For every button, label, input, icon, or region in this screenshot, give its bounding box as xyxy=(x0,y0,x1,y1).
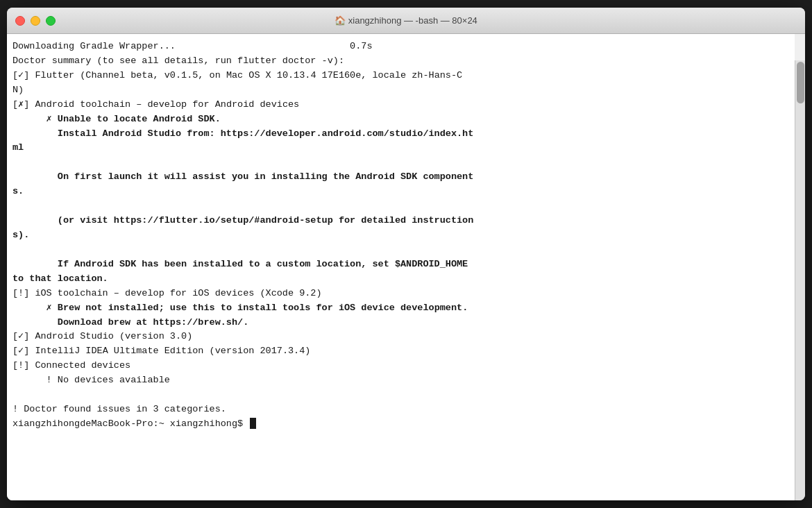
terminal-output: Downloading Gradle Wrapper... 0.7s Docto… xyxy=(12,40,786,432)
terminal-body[interactable]: Downloading Gradle Wrapper... 0.7s Docto… xyxy=(7,34,795,500)
window-title: 🏠 xiangzhihong — -bash — 80×24 xyxy=(335,15,477,26)
minimize-button[interactable] xyxy=(31,16,40,26)
maximize-button[interactable] xyxy=(46,16,56,26)
traffic-lights xyxy=(15,16,56,26)
terminal-window: 🏠 xiangzhihong — -bash — 80×24 Downloadi… xyxy=(7,8,805,500)
title-bar: 🏠 xiangzhihong — -bash — 80×24 xyxy=(7,8,805,34)
content-wrapper: Downloading Gradle Wrapper... 0.7s Docto… xyxy=(7,34,805,500)
scrollbar-track[interactable] xyxy=(795,60,805,500)
close-button[interactable] xyxy=(15,16,25,26)
scrollbar-thumb[interactable] xyxy=(797,62,804,103)
title-icon: 🏠 xyxy=(335,15,348,26)
